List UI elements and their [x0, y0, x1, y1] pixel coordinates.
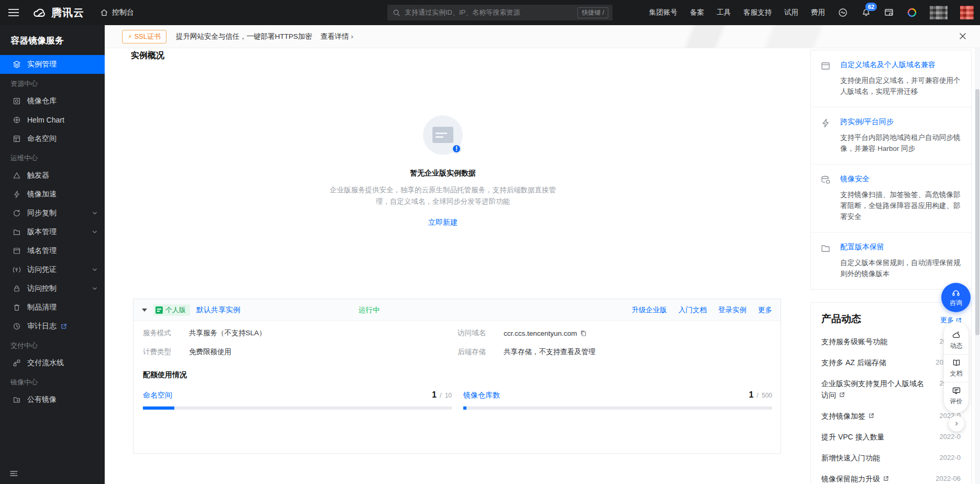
brand-text: 腾讯云 [51, 6, 84, 20]
field-billing-type: 计费类型 免费限额使用 [143, 347, 458, 357]
cloud-logo-icon [32, 7, 47, 18]
sync-icon [13, 209, 21, 217]
sidebar-item-trigger[interactable]: 触发器 [0, 166, 105, 185]
main-content: 实例概况 ! 暂无企业版实例数据 企业版服务提供安全，独享的云原生制品托管服务，… [105, 48, 980, 484]
upgrade-enterprise-link[interactable]: 升级企业版 [632, 305, 667, 315]
expand-caret-icon[interactable] [142, 309, 147, 312]
sidebar: 容器镜像服务 实例管理 资源中心 镜像仓库 Helm Chart 命名空间 运维… [0, 25, 105, 484]
notifications-bell-icon[interactable]: 62 [861, 7, 871, 18]
page: 腾讯云 控制台 支持通过实例ID、IP、名称等搜索资源 快捷键 / 集团账号 备… [0, 0, 980, 484]
quota-row: 命名空间 1/ 10 镜像仓库数 1/ 500 [133, 380, 781, 410]
instance-actions: 升级企业版 入门文档 登录实例 更多 [632, 305, 773, 315]
page-scrollbar[interactable] [975, 48, 980, 484]
quota-section-title: 配额使用情况 [133, 357, 781, 380]
search-input[interactable]: 支持通过实例ID、IP、名称等搜索资源 快捷键 / [387, 5, 612, 20]
sidebar-item-namespace[interactable]: 命名空间 [0, 129, 105, 148]
feedback-button[interactable]: 评价 [944, 382, 968, 410]
document-icon [432, 127, 453, 143]
lock-icon [13, 284, 21, 293]
pipeline-icon [13, 359, 21, 367]
tencent-cloud-logo[interactable]: 腾讯云 [32, 6, 84, 20]
getting-started-doc-link[interactable]: 入门文档 [678, 305, 707, 315]
topnav-trial[interactable]: 试用 [784, 8, 798, 17]
repository-icon [13, 97, 21, 105]
trigger-icon [13, 171, 21, 180]
chevron-right-icon: › [351, 32, 353, 40]
sidebar-section-delivery-center: 交付中心 [0, 336, 105, 354]
more-actions-link[interactable]: 更多 [758, 305, 772, 315]
sidebar-section-image-center: 镜像中心 [0, 372, 105, 390]
right-panel: 自定义域名及个人版域名兼容 支持使用自定义域名，并可兼容使用个人版域名，实现平滑… [810, 50, 972, 484]
sidebar-item-access-credentials[interactable]: 访问凭证 [0, 260, 105, 279]
folder-icon [13, 228, 21, 236]
feature-card: 自定义域名及个人版域名兼容 支持使用自定义域名，并可兼容使用个人版域名，实现平滑… [810, 50, 972, 290]
empty-description: 企业版服务提供安全，独享的云原生制品托管服务，支持后端数据直接管 理，自定义域名… [105, 184, 781, 207]
chevron-down-icon [92, 211, 97, 216]
topbar: 腾讯云 控制台 支持通过实例ID、IP、名称等搜索资源 快捷键 / 集团账号 备… [0, 0, 980, 25]
bolt-icon [13, 190, 21, 199]
quota-repo-count: 镜像仓库数 1/ 500 [463, 390, 772, 410]
console-link[interactable]: 控制台 [100, 8, 134, 17]
account-avatar[interactable] [960, 6, 974, 19]
sidebar-item-audit-log[interactable]: 审计日志 [0, 317, 105, 336]
sidebar-item-access-control[interactable]: 访问控制 [0, 279, 105, 298]
personal-edition-icon [155, 306, 163, 314]
sidebar-item-instance-management[interactable]: 实例管理 [0, 55, 105, 74]
repo-count-link[interactable]: 镜像仓库数 [463, 391, 500, 400]
menu-icon[interactable] [8, 9, 19, 16]
banner-details-link[interactable]: 查看详情› [320, 32, 353, 41]
colorful-app-icon[interactable] [907, 7, 917, 18]
feature-version-retention: 配置版本保留 自定义版本保留规则，自动清理保留规则外的镜像版本 [811, 232, 971, 289]
sidebar-item-domain-management[interactable]: 域名管理 [0, 241, 105, 260]
sidebar-collapse-icon[interactable] [9, 469, 19, 478]
sidebar-item-image-acceleration[interactable]: 镜像加速 [0, 185, 105, 204]
topnav-group-account[interactable]: 集团账号 [649, 8, 677, 17]
scrollbar-thumb[interactable] [975, 89, 979, 335]
folder-icon [820, 243, 831, 254]
service-title: 容器镜像服务 [0, 25, 105, 55]
repo-count-usage: 1/ 500 [749, 390, 772, 400]
topnav-tools[interactable]: 工具 [717, 8, 731, 17]
user-avatar[interactable] [930, 6, 948, 19]
status-badge: 运行中 [359, 305, 380, 315]
news-item: 提升 VPC 接入数量 2022-0 [821, 426, 961, 447]
home-icon [100, 8, 108, 17]
bolt-icon: ⚡ [128, 33, 132, 40]
namespace-link[interactable]: 命名空间 [143, 391, 172, 400]
topnav-support[interactable]: 客服支持 [743, 8, 772, 17]
chevron-down-icon [92, 229, 97, 235]
close-icon[interactable] [959, 32, 967, 41]
shortcut-chip: 快捷键 / [577, 7, 608, 18]
topnav-billing[interactable]: 费用 [811, 8, 825, 17]
instance-name-link[interactable]: 默认共享实例 [196, 305, 240, 315]
repo-count-progressbar [463, 406, 772, 410]
sidebar-item-helm-chart[interactable]: Helm Chart [0, 111, 105, 129]
notification-count-badge: 62 [865, 3, 877, 11]
sidebar-item-version-management[interactable]: 版本管理 [0, 223, 105, 241]
news-item: 新增快速入门功能 2022-0 [821, 447, 961, 468]
consult-button[interactable]: 咨询 [941, 283, 971, 312]
news-item: 支持服务级账号功能 2023-0 [821, 331, 961, 352]
sidebar-item-public-images[interactable]: 公有镜像 [0, 390, 105, 409]
console-settings-icon[interactable] [884, 7, 894, 18]
comment-icon [952, 386, 961, 395]
field-service-mode: 服务模式 共享服务（不支持SLA） [143, 328, 458, 338]
sidebar-item-sync-replication[interactable]: 同步复制 [0, 204, 105, 223]
create-now-link[interactable]: 立即新建 [428, 218, 458, 227]
banner-text: 提升网站安全与信任，一键部署HTTPS加密 [176, 32, 312, 41]
news-feed-button[interactable]: 动态 [944, 327, 968, 354]
sidebar-item-image-repository[interactable]: 镜像仓库 [0, 92, 105, 111]
login-instance-link[interactable]: 登录实例 [718, 305, 747, 315]
news-item: 支持镜像加签 2022-0 [821, 405, 961, 426]
docs-button[interactable]: 文档 [944, 354, 968, 382]
sidebar-item-delivery-pipeline[interactable]: 交付流水线 [0, 354, 105, 372]
external-link-icon [839, 392, 845, 398]
repo-count-progress-fill [463, 406, 466, 410]
copy-icon[interactable] [580, 329, 587, 337]
collapse-toolbar-button[interactable]: › [949, 416, 964, 432]
feature-image-security: 镜像安全 支持镜像扫描、加签验签、高危镜像部署阻断，全链路保障容器应用构建、部署… [811, 164, 971, 232]
sidebar-item-artifact-cleanup[interactable]: 制品清理 [0, 298, 105, 317]
assistant-icon[interactable] [838, 7, 848, 18]
field-access-domain: 访问域名 ccr.ccs.tencentyun.com [458, 328, 772, 338]
topnav-icp[interactable]: 备案 [690, 8, 704, 17]
